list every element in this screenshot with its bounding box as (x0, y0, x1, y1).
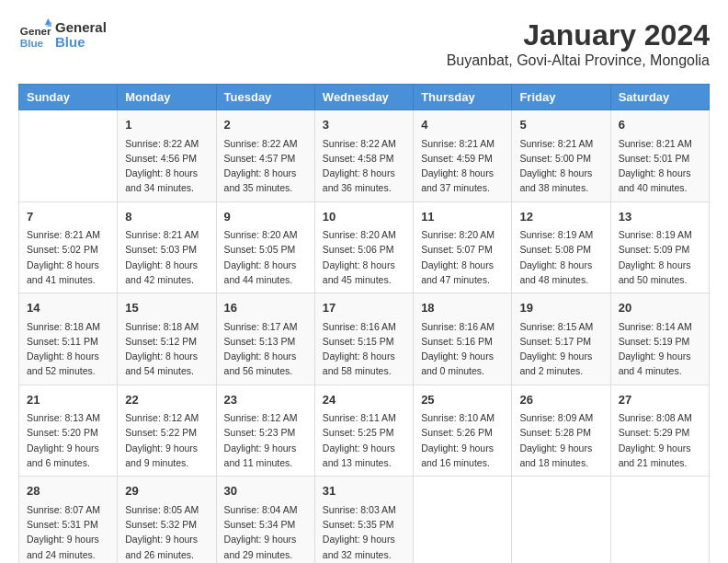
day-number: 25 (421, 391, 504, 409)
day-info: Sunrise: 8:18 AM Sunset: 5:11 PM Dayligh… (27, 319, 109, 379)
day-info: Sunrise: 8:19 AM Sunset: 5:09 PM Dayligh… (619, 227, 701, 287)
day-cell: 19Sunrise: 8:15 AM Sunset: 5:17 PM Dayli… (512, 293, 610, 385)
week-row-5: 28Sunrise: 8:07 AM Sunset: 5:31 PM Dayli… (19, 477, 710, 563)
week-row-1: 1Sunrise: 8:22 AM Sunset: 4:56 PM Daylig… (19, 110, 710, 202)
day-cell: 3Sunrise: 8:22 AM Sunset: 4:58 PM Daylig… (314, 110, 413, 202)
day-cell: 1Sunrise: 8:22 AM Sunset: 4:56 PM Daylig… (118, 110, 216, 202)
day-cell: 28Sunrise: 8:07 AM Sunset: 5:31 PM Dayli… (19, 477, 118, 563)
day-cell: 4Sunrise: 8:21 AM Sunset: 4:59 PM Daylig… (414, 110, 512, 202)
day-number: 24 (323, 391, 405, 409)
page-header: General Blue General Blue January 2024 B… (18, 18, 710, 69)
day-cell: 17Sunrise: 8:16 AM Sunset: 5:15 PM Dayli… (314, 293, 413, 385)
logo-icon: General Blue (18, 18, 51, 52)
day-number: 30 (224, 482, 307, 500)
day-number: 9 (224, 208, 307, 226)
day-info: Sunrise: 8:03 AM Sunset: 5:35 PM Dayligh… (323, 502, 405, 562)
day-number: 11 (421, 208, 504, 226)
day-info: Sunrise: 8:05 AM Sunset: 5:32 PM Dayligh… (125, 502, 208, 562)
day-info: Sunrise: 8:14 AM Sunset: 5:19 PM Dayligh… (619, 319, 701, 379)
day-cell: 24Sunrise: 8:11 AM Sunset: 5:25 PM Dayli… (314, 385, 413, 477)
day-cell: 22Sunrise: 8:12 AM Sunset: 5:22 PM Dayli… (118, 385, 216, 477)
day-number: 16 (224, 299, 307, 317)
day-info: Sunrise: 8:21 AM Sunset: 5:03 PM Dayligh… (125, 227, 208, 287)
day-cell: 26Sunrise: 8:09 AM Sunset: 5:28 PM Dayli… (512, 385, 610, 477)
day-cell: 7Sunrise: 8:21 AM Sunset: 5:02 PM Daylig… (19, 201, 118, 293)
day-cell: 21Sunrise: 8:13 AM Sunset: 5:20 PM Dayli… (19, 385, 118, 477)
day-number: 13 (619, 208, 701, 226)
day-cell: 13Sunrise: 8:19 AM Sunset: 5:09 PM Dayli… (610, 201, 709, 293)
day-info: Sunrise: 8:15 AM Sunset: 5:17 PM Dayligh… (519, 319, 602, 379)
day-cell (610, 477, 709, 563)
day-cell: 27Sunrise: 8:08 AM Sunset: 5:29 PM Dayli… (610, 385, 709, 477)
day-cell: 15Sunrise: 8:18 AM Sunset: 5:12 PM Dayli… (118, 293, 216, 385)
day-info: Sunrise: 8:12 AM Sunset: 5:23 PM Dayligh… (224, 410, 307, 470)
week-row-3: 14Sunrise: 8:18 AM Sunset: 5:11 PM Dayli… (19, 293, 710, 385)
calendar-header: SundayMondayTuesdayWednesdayThursdayFrid… (19, 85, 710, 110)
day-number: 23 (224, 391, 307, 409)
day-cell (414, 477, 512, 563)
header-cell-friday: Friday (512, 85, 610, 110)
day-cell: 29Sunrise: 8:05 AM Sunset: 5:32 PM Dayli… (118, 477, 216, 563)
day-info: Sunrise: 8:09 AM Sunset: 5:28 PM Dayligh… (519, 410, 602, 470)
day-number: 1 (125, 116, 208, 134)
day-info: Sunrise: 8:07 AM Sunset: 5:31 PM Dayligh… (27, 502, 109, 562)
day-info: Sunrise: 8:21 AM Sunset: 5:00 PM Dayligh… (519, 136, 602, 196)
day-number: 3 (323, 116, 405, 134)
day-info: Sunrise: 8:17 AM Sunset: 5:13 PM Dayligh… (224, 319, 307, 379)
header-cell-monday: Monday (118, 85, 216, 110)
day-number: 15 (125, 299, 208, 317)
day-number: 21 (27, 391, 109, 409)
day-cell: 16Sunrise: 8:17 AM Sunset: 5:13 PM Dayli… (216, 293, 314, 385)
day-cell (19, 110, 118, 202)
day-cell: 6Sunrise: 8:21 AM Sunset: 5:01 PM Daylig… (610, 110, 709, 202)
header-row: SundayMondayTuesdayWednesdayThursdayFrid… (19, 85, 710, 110)
day-cell: 30Sunrise: 8:04 AM Sunset: 5:34 PM Dayli… (216, 477, 314, 563)
week-row-2: 7Sunrise: 8:21 AM Sunset: 5:02 PM Daylig… (19, 201, 710, 293)
day-info: Sunrise: 8:22 AM Sunset: 4:58 PM Dayligh… (323, 136, 405, 196)
day-cell: 11Sunrise: 8:20 AM Sunset: 5:07 PM Dayli… (414, 201, 512, 293)
day-info: Sunrise: 8:20 AM Sunset: 5:05 PM Dayligh… (224, 227, 307, 287)
day-number: 31 (323, 482, 405, 500)
day-info: Sunrise: 8:04 AM Sunset: 5:34 PM Dayligh… (224, 502, 307, 562)
day-cell: 8Sunrise: 8:21 AM Sunset: 5:03 PM Daylig… (118, 201, 216, 293)
day-cell: 31Sunrise: 8:03 AM Sunset: 5:35 PM Dayli… (314, 477, 413, 563)
day-cell: 9Sunrise: 8:20 AM Sunset: 5:05 PM Daylig… (216, 201, 314, 293)
day-info: Sunrise: 8:21 AM Sunset: 4:59 PM Dayligh… (421, 136, 504, 196)
title-block: January 2024 Buyanbat, Govi-Altai Provin… (447, 18, 710, 69)
day-number: 27 (619, 391, 701, 409)
logo: General Blue General Blue (18, 18, 107, 52)
day-number: 5 (519, 116, 602, 134)
day-number: 28 (27, 482, 109, 500)
day-number: 6 (619, 116, 701, 134)
day-cell: 2Sunrise: 8:22 AM Sunset: 4:57 PM Daylig… (216, 110, 314, 202)
day-number: 8 (125, 208, 208, 226)
logo-line1: General (55, 20, 107, 36)
day-number: 20 (619, 299, 701, 317)
logo-line2: Blue (55, 35, 107, 51)
day-number: 7 (27, 208, 109, 226)
day-number: 2 (224, 116, 307, 134)
calendar-table: SundayMondayTuesdayWednesdayThursdayFrid… (18, 84, 710, 563)
day-info: Sunrise: 8:20 AM Sunset: 5:06 PM Dayligh… (323, 227, 405, 287)
day-number: 12 (519, 208, 602, 226)
header-cell-tuesday: Tuesday (216, 85, 314, 110)
calendar-subtitle: Buyanbat, Govi-Altai Province, Mongolia (447, 52, 710, 69)
calendar-title: January 2024 (447, 18, 710, 52)
day-info: Sunrise: 8:11 AM Sunset: 5:25 PM Dayligh… (323, 410, 405, 470)
day-info: Sunrise: 8:22 AM Sunset: 4:56 PM Dayligh… (125, 136, 208, 196)
day-number: 22 (125, 391, 208, 409)
day-number: 29 (125, 482, 208, 500)
calendar-body: 1Sunrise: 8:22 AM Sunset: 4:56 PM Daylig… (19, 110, 710, 564)
day-number: 10 (323, 208, 405, 226)
day-cell: 10Sunrise: 8:20 AM Sunset: 5:06 PM Dayli… (314, 201, 413, 293)
day-cell: 25Sunrise: 8:10 AM Sunset: 5:26 PM Dayli… (414, 385, 512, 477)
header-cell-thursday: Thursday (414, 85, 512, 110)
day-number: 4 (421, 116, 504, 134)
day-cell: 23Sunrise: 8:12 AM Sunset: 5:23 PM Dayli… (216, 385, 314, 477)
day-number: 19 (519, 299, 602, 317)
day-info: Sunrise: 8:22 AM Sunset: 4:57 PM Dayligh… (224, 136, 307, 196)
day-info: Sunrise: 8:08 AM Sunset: 5:29 PM Dayligh… (619, 410, 701, 470)
day-info: Sunrise: 8:20 AM Sunset: 5:07 PM Dayligh… (421, 227, 504, 287)
day-number: 17 (323, 299, 405, 317)
day-cell: 14Sunrise: 8:18 AM Sunset: 5:11 PM Dayli… (19, 293, 118, 385)
